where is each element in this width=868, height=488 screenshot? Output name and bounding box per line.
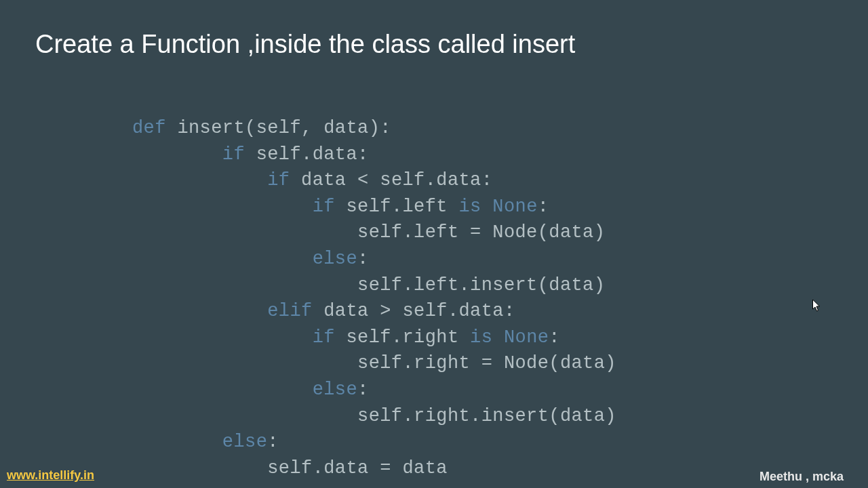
keyword-if: if [313, 197, 335, 217]
footer-credit: Meethu , mcka [760, 470, 844, 484]
mouse-cursor-icon [812, 300, 821, 312]
code-text [481, 197, 493, 217]
code-text: data < self.data: [290, 170, 492, 190]
code-text: : [549, 327, 560, 348]
keyword-is: is [459, 197, 481, 217]
code-text: self.data: [245, 144, 369, 165]
keyword-if: if [267, 170, 290, 190]
indent [132, 275, 357, 296]
code-text: : [357, 380, 369, 400]
code-block: def insert(self, data): if self.data: if… [132, 115, 616, 481]
indent [132, 458, 267, 479]
indent [132, 249, 313, 269]
code-text: self.left.insert(data) [357, 275, 605, 296]
indent [132, 197, 313, 217]
indent [132, 380, 313, 400]
keyword-none: None [492, 197, 537, 217]
keyword-none: None [504, 327, 549, 348]
indent [132, 301, 267, 321]
keyword-else: else [222, 432, 267, 452]
keyword-if: if [222, 144, 245, 165]
footer-link[interactable]: www.intellify.in [7, 468, 94, 483]
code-text: self.right [335, 327, 470, 348]
indent [132, 353, 357, 373]
code-text: : [357, 249, 369, 269]
indent [132, 170, 267, 190]
keyword-def: def [132, 118, 166, 138]
code-text: self.right.insert(data) [357, 406, 616, 426]
code-text: self.right = Node(data) [357, 353, 616, 373]
code-text: insert(self, data): [166, 118, 391, 138]
slide-title: Create a Function ,inside the class call… [35, 30, 575, 59]
indent [132, 432, 222, 452]
code-text: : [538, 197, 549, 217]
code-text: self.left = Node(data) [357, 222, 605, 243]
indent [132, 327, 313, 348]
indent [132, 222, 357, 243]
keyword-is: is [470, 327, 492, 348]
keyword-else: else [313, 249, 357, 269]
code-text: data > self.data: [313, 301, 515, 321]
indent [132, 144, 222, 165]
keyword-else: else [313, 380, 357, 400]
code-text: self.data = data [267, 458, 448, 479]
code-text: : [267, 432, 279, 452]
keyword-elif: elif [267, 301, 312, 321]
code-text: self.left [335, 197, 459, 217]
keyword-if: if [313, 327, 335, 348]
indent [132, 406, 357, 426]
code-text [492, 327, 504, 348]
